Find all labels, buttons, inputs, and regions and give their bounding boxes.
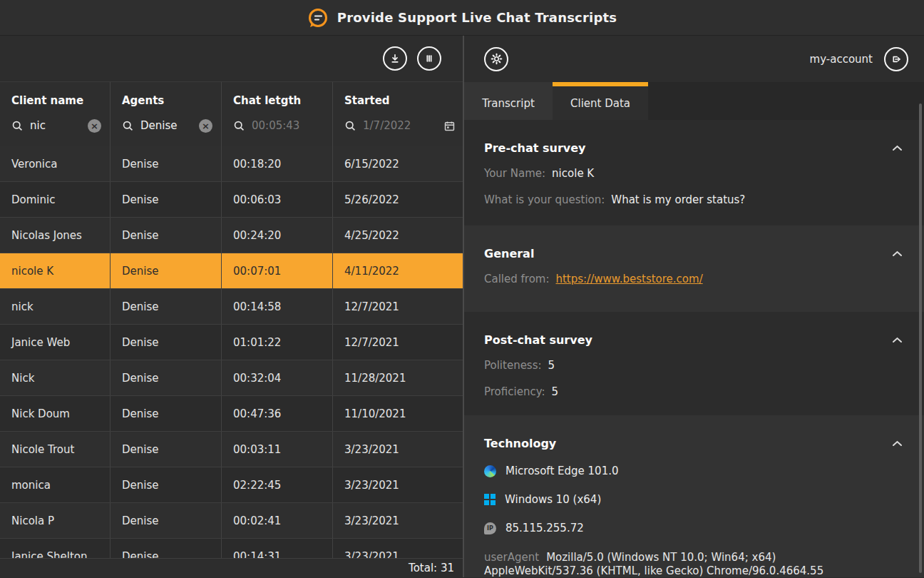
cell-client-name[interactable]: Nicolas Jones — [0, 218, 111, 253]
clear-filter-icon[interactable]: × — [88, 119, 101, 133]
called-from-link[interactable]: https://www.beststore.com/ — [555, 273, 702, 285]
title-bar: Provide Support Live Chat Transcripts — [0, 0, 924, 36]
agents-filter-input[interactable] — [140, 119, 192, 132]
cell-client-name[interactable]: nicole K — [0, 253, 111, 288]
table-row[interactable]: Dominic Denise 00:06:03 5/26/2022 — [0, 182, 463, 218]
cell-client-name[interactable]: Nicola P — [0, 503, 111, 538]
cell-started[interactable]: 3/23/2021 — [333, 432, 463, 467]
field-proficiency: Proficiency:5 — [484, 384, 903, 400]
cell-chat-length[interactable]: 00:07:01 — [222, 253, 333, 288]
provide-support-logo-icon — [307, 7, 329, 29]
cell-agent[interactable]: Denise — [111, 218, 222, 253]
section-pre-chat-survey: Pre-chat survey Your Name:nicole K What … — [464, 120, 924, 225]
cell-chat-length[interactable]: 00:18:20 — [222, 146, 333, 181]
cell-agent[interactable]: Denise — [111, 325, 222, 360]
cell-agent[interactable]: Denise — [111, 396, 222, 431]
account-name[interactable]: my-account — [810, 53, 873, 66]
table-row[interactable]: monica Denise 02:22:45 3/23/2021 — [0, 467, 463, 503]
cell-started[interactable]: 3/23/2021 — [333, 503, 463, 538]
cell-agent[interactable]: Denise — [111, 289, 222, 324]
started-date-filter-input[interactable] — [363, 119, 437, 132]
vertical-scrollbar[interactable] — [919, 103, 922, 573]
cell-started[interactable]: 12/7/2021 — [333, 325, 463, 360]
cell-agent[interactable]: Denise — [111, 146, 222, 181]
windows-os-icon — [484, 494, 496, 505]
table-row[interactable]: Nicole Trout Denise 00:03:11 3/23/2021 — [0, 432, 463, 467]
field-called-from: Called from:https://www.beststore.com/ — [484, 271, 903, 287]
table-row[interactable]: Veronica Denise 00:18:20 6/15/2022 — [0, 146, 463, 182]
browser-info: Microsoft Edge 101.0 — [484, 463, 903, 479]
search-icon — [344, 120, 356, 132]
settings-gear-button[interactable] — [484, 47, 508, 71]
table-row[interactable]: Nick Doum Denise 00:47:36 11/10/2021 — [0, 396, 463, 432]
table-toolbar — [0, 36, 463, 82]
section-title: General — [484, 247, 534, 260]
cell-chat-length[interactable]: 00:32:04 — [222, 360, 333, 395]
cell-chat-length[interactable]: 01:01:22 — [222, 325, 333, 360]
cell-client-name[interactable]: nick — [0, 289, 111, 324]
collapse-chevron-icon[interactable] — [892, 337, 903, 343]
cell-started[interactable]: 12/7/2021 — [333, 289, 463, 324]
logout-button[interactable] — [884, 47, 908, 71]
column-header-label: Chat letgth — [233, 93, 324, 108]
client-name-filter-input[interactable] — [30, 119, 81, 132]
cell-client-name[interactable]: Nicole Trout — [0, 432, 111, 467]
page-title: Provide Support Live Chat Transcripts — [337, 10, 617, 25]
cell-agent[interactable]: Denise — [111, 503, 222, 538]
column-header-label: Agents — [122, 93, 212, 108]
cell-chat-length[interactable]: 00:14:58 — [222, 289, 333, 324]
section-title: Technology — [484, 437, 556, 450]
cell-agent[interactable]: Denise — [111, 360, 222, 395]
table-header: Client name × Agents × — [0, 82, 463, 146]
collapse-chevron-icon[interactable] — [892, 440, 903, 447]
search-icon — [233, 120, 245, 132]
cell-chat-length[interactable]: 00:03:11 — [222, 432, 333, 467]
calendar-icon[interactable] — [443, 120, 456, 132]
tab-transcript[interactable]: Transcript — [464, 82, 553, 120]
clear-filter-icon[interactable]: × — [199, 119, 212, 133]
column-header-label: Client name — [11, 93, 101, 108]
cell-client-name[interactable]: Dominic — [0, 182, 111, 217]
table-row[interactable]: Nick Denise 00:32:04 11/28/2021 — [0, 360, 463, 396]
section-title: Post-chat survey — [484, 333, 592, 347]
cell-agent[interactable]: Denise — [111, 432, 222, 467]
table-row[interactable]: Janice Web Denise 01:01:22 12/7/2021 — [0, 325, 463, 360]
columns-filter-button[interactable] — [417, 46, 441, 71]
collapse-chevron-icon[interactable] — [892, 145, 903, 151]
collapse-chevron-icon[interactable] — [892, 250, 903, 257]
cell-agent[interactable]: Denise — [111, 182, 222, 217]
table-row[interactable]: Nicola P Denise 00:02:41 3/23/2021 — [0, 503, 463, 539]
cell-started[interactable]: 5/26/2022 — [333, 182, 463, 217]
chat-length-filter-input[interactable] — [252, 119, 324, 132]
cell-started[interactable]: 6/15/2022 — [333, 146, 463, 181]
cell-chat-length[interactable]: 00:24:20 — [222, 218, 333, 253]
search-icon — [11, 120, 24, 132]
cell-started[interactable]: 11/28/2021 — [333, 360, 463, 395]
transcripts-panel: Client name × Agents × — [0, 36, 464, 577]
table-row[interactable]: nick Denise 00:14:58 12/7/2021 — [0, 289, 463, 325]
cell-chat-length[interactable]: 00:06:03 — [222, 182, 333, 217]
download-button[interactable] — [383, 46, 407, 71]
cell-client-name[interactable]: monica — [0, 467, 111, 502]
cell-started[interactable]: 3/23/2021 — [333, 467, 463, 502]
field-politeness: Politeness:5 — [484, 358, 903, 373]
cell-agent[interactable]: Denise — [111, 467, 222, 502]
table-row[interactable]: nicole K Denise 00:07:01 4/11/2022 — [0, 253, 463, 289]
cell-started[interactable]: 4/25/2022 — [333, 218, 463, 253]
cell-chat-length[interactable]: 00:02:41 — [222, 503, 333, 538]
cell-chat-length[interactable]: 02:22:45 — [222, 467, 333, 502]
cell-client-name[interactable]: Janice Web — [0, 325, 111, 360]
tab-client-data[interactable]: Client Data — [553, 82, 648, 120]
section-title: Pre-chat survey — [484, 141, 586, 155]
cell-client-name[interactable]: Nick — [0, 360, 111, 395]
ip-info: IP 85.115.255.72 — [484, 520, 903, 536]
cell-started[interactable]: 4/11/2022 — [333, 253, 463, 288]
cell-client-name[interactable]: Nick Doum — [0, 396, 111, 431]
details-tabs: Transcript Client Data — [464, 82, 924, 120]
column-client-name: Client name × — [0, 82, 111, 146]
cell-started[interactable]: 11/10/2021 — [333, 396, 463, 431]
table-row[interactable]: Nicolas Jones Denise 00:24:20 4/25/2022 — [0, 218, 463, 253]
cell-chat-length[interactable]: 00:47:36 — [222, 396, 333, 431]
cell-client-name[interactable]: Veronica — [0, 146, 111, 181]
cell-agent[interactable]: Denise — [111, 253, 222, 288]
